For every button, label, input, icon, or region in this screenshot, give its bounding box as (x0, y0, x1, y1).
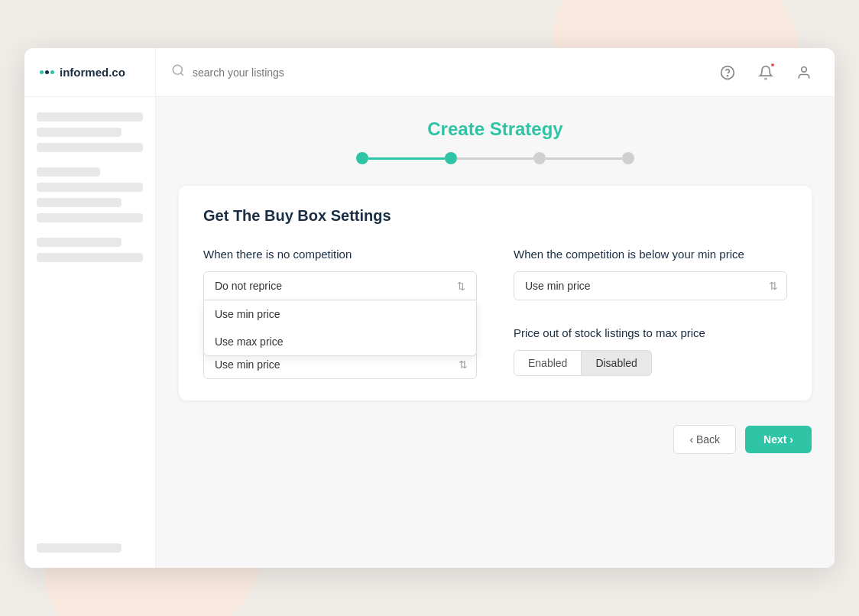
step-dot-1 (356, 152, 368, 164)
content-area: Create Strategy Get The Buy Box Settings… (156, 97, 835, 568)
sidebar-skeleton-7 (37, 213, 143, 222)
help-button[interactable] (715, 60, 740, 85)
logo-dot-2 (45, 70, 49, 74)
sidebar-skeleton-3 (37, 143, 143, 152)
form-grid: When there is no competition Do not repr… (203, 246, 787, 379)
out-of-stock-section: Price out of stock listings to max price… (514, 325, 787, 379)
sidebar-skeleton-2 (37, 128, 122, 137)
no-competition-menu: Use min price Use max price (203, 300, 477, 356)
logo-text: informed.co (60, 66, 125, 79)
logo-dot-1 (40, 70, 44, 74)
sidebar-skeleton-10 (37, 543, 122, 553)
dropdown-item-use-max[interactable]: Use max price (204, 328, 476, 355)
search-area (156, 63, 715, 81)
top-bar-icons (715, 60, 835, 85)
settings-card: Get The Buy Box Settings When there is n… (179, 186, 812, 400)
dropdown-item-use-min[interactable]: Use min price (204, 300, 476, 328)
sidebar-skeleton-6 (37, 198, 122, 207)
step-progress (356, 152, 634, 164)
step-dot-3 (533, 152, 546, 164)
user-button[interactable] (792, 60, 816, 85)
sidebar-skeleton-4 (37, 167, 100, 177)
step-line-3 (546, 157, 622, 160)
sidebar-skeleton-1 (37, 112, 143, 122)
no-competition-arrow: ⇅ (457, 280, 465, 292)
logo-dots (40, 70, 54, 74)
notification-badge (770, 62, 776, 68)
search-input[interactable] (193, 66, 700, 79)
action-bar: ‹ Back Next › (179, 425, 812, 454)
logo-area: informed.co (24, 48, 156, 97)
competition-below-section: When the competition is below your min p… (514, 246, 787, 300)
search-icon (171, 63, 185, 81)
main-area: Create Strategy Get The Buy Box Settings… (24, 97, 835, 568)
sidebar-group-1 (37, 112, 143, 152)
svg-point-0 (173, 65, 182, 74)
no-competition-dropdown[interactable]: Do not reprice ⇅ Use min price Use max p… (203, 271, 477, 300)
no-competition-display[interactable]: Do not reprice ⇅ (203, 271, 477, 300)
notification-button[interactable] (754, 60, 778, 85)
step-line-2 (457, 157, 533, 160)
out-of-stock-label: Price out of stock listings to max price (514, 325, 787, 341)
sidebar-group-3 (37, 238, 143, 262)
competition-below-select-wrapper: Use min price Do not reprice Use max pri… (514, 271, 787, 300)
step-dot-4 (622, 152, 634, 164)
step-dot-2 (445, 152, 457, 164)
app-window: informed.co (24, 48, 835, 568)
logo: informed.co (40, 66, 125, 79)
competition-below-label: When the competition is below your min p… (514, 246, 787, 262)
enabled-button[interactable]: Enabled (514, 350, 582, 376)
sidebar (24, 97, 156, 568)
card-title: Get The Buy Box Settings (203, 207, 787, 225)
sidebar-skeleton-5 (37, 183, 143, 192)
no-competition-selected: Do not reprice (215, 280, 282, 292)
sidebar-group-2 (37, 167, 143, 222)
disabled-button[interactable]: Disabled (582, 350, 651, 376)
competition-below-select[interactable]: Use min price Do not reprice Use max pri… (514, 271, 787, 300)
sidebar-skeleton-9 (37, 253, 143, 262)
top-bar: informed.co (24, 48, 835, 97)
sidebar-skeleton-8 (37, 238, 122, 247)
no-competition-section: When there is no competition Do not repr… (203, 246, 477, 300)
logo-dot-3 (50, 70, 54, 74)
svg-point-4 (802, 66, 807, 72)
next-button[interactable]: Next › (745, 426, 812, 453)
page-title: Create Strategy (427, 118, 562, 140)
out-of-stock-toggle: Enabled Disabled (514, 350, 787, 376)
no-competition-label: When there is no competition (203, 246, 477, 262)
step-line-1 (368, 157, 445, 160)
back-button[interactable]: ‹ Back (673, 425, 736, 454)
svg-line-1 (180, 73, 183, 75)
